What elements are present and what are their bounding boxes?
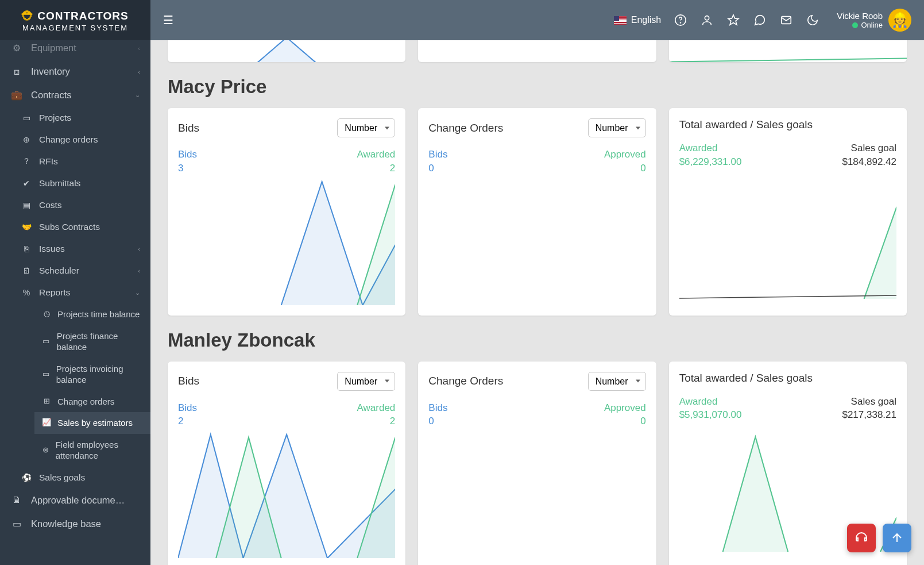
chevron-down-icon: ⌄ [135, 91, 140, 99]
stat-value: $217,338.21 [842, 408, 896, 422]
fab-group [847, 524, 911, 552]
sidebar-item-projects[interactable]: ▭Projects [21, 107, 150, 129]
total-chart [679, 172, 896, 299]
bids-chart [178, 179, 395, 305]
card-title: Bids [178, 122, 199, 134]
scroll-top-button[interactable] [883, 524, 911, 552]
sidebar-item-change-orders[interactable]: ⊕Change orders [21, 129, 150, 151]
stat-label: Bids [178, 148, 197, 162]
stat-value: 2 [178, 414, 197, 428]
bids-chart [178, 432, 395, 558]
card-bids: Bids Number Bids3 Awarded2 [168, 108, 405, 316]
user-name: Vickie Roob [837, 11, 883, 21]
user-icon[interactable] [700, 13, 714, 27]
sidebar-item-approvable-documents[interactable]: 🗎Approvable docume… [0, 489, 150, 512]
stat-value: 3 [178, 162, 197, 175]
help-icon[interactable] [674, 13, 687, 27]
stat-value: 2 [357, 162, 396, 175]
sidebar-item-submittals[interactable]: ✔Submittals [21, 172, 150, 194]
calendar-icon: 🗓 [21, 266, 32, 275]
logo-title: CONTRACTORS [37, 10, 128, 22]
co-chart [428, 179, 645, 305]
sidebar-item-knowledge-base[interactable]: ▭Knowledge base [0, 512, 150, 532]
bids-select[interactable]: Number [337, 372, 395, 391]
window-icon: ▭ [21, 113, 32, 122]
sidebar-item-projects-invoicing-balance[interactable]: ▭Projects invoicing balance [34, 358, 150, 391]
boxes-icon: ⧈ [10, 67, 23, 77]
card-change-orders: Change Orders Number Bids0 Approved0 [418, 108, 656, 316]
user-status-label: Online [861, 21, 883, 29]
support-button[interactable] [847, 524, 876, 552]
stat-label: Sales goal [842, 141, 896, 155]
sidebar-item-scheduler[interactable]: 🗓Scheduler‹ [21, 260, 150, 282]
chevron-left-icon: ‹ [138, 267, 140, 274]
mail-icon[interactable] [779, 13, 793, 27]
nav: ⚙ Equipment ‹ ⧈ Inventory ‹ 💼 Contracts … [0, 40, 150, 565]
prev-section-cards [168, 40, 907, 62]
card-total-awarded: Total awarded / Sales goals Awarded$6,22… [669, 108, 907, 316]
language-selector[interactable]: English [614, 15, 661, 25]
bids-select[interactable]: Number [337, 118, 395, 137]
book-icon: ▭ [10, 518, 23, 529]
report-icon: ⎘ [21, 244, 32, 253]
user-menu[interactable]: Vickie Roob Online 👷 [837, 9, 911, 32]
chevron-left-icon: ‹ [138, 68, 140, 75]
co-select[interactable]: Number [588, 118, 646, 137]
sidebar-item-reports[interactable]: %Reports⌄ [21, 282, 150, 303]
co-chart [428, 432, 645, 558]
question-circle-icon: ？ [21, 156, 32, 167]
stat-label: Bids [428, 401, 447, 415]
chat-icon[interactable] [753, 13, 767, 27]
flag-icon [614, 16, 627, 25]
stat-label: Approved [604, 148, 646, 162]
theme-toggle-icon[interactable] [806, 13, 819, 27]
stat-label: Awarded [357, 401, 396, 415]
card-title: Bids [178, 375, 199, 387]
plus-square-icon: ⊞ [41, 397, 52, 406]
sidebar-item-inventory[interactable]: ⧈ Inventory ‹ [0, 60, 150, 83]
avatar: 👷 [888, 9, 911, 32]
sidebar-item-issues[interactable]: ⎘Issues‹ [21, 238, 150, 260]
stat-label: Awarded [679, 395, 742, 409]
sidebar-item-rfis[interactable]: ？RFIs [21, 151, 150, 172]
card-title: Change Orders [428, 122, 503, 134]
logo[interactable]: ⛑CONTRACTORS MANAGEMENT SYSTEM [0, 0, 150, 40]
sidebar-item-sales-by-estimators[interactable]: 📈Sales by estimators [34, 412, 150, 434]
sidebar-item-projects-time-balance[interactable]: ◷Projects time balance [34, 303, 150, 325]
plus-circle-icon: ⊕ [21, 135, 32, 144]
check-icon: ✔ [21, 179, 32, 188]
stat-value: 0 [428, 162, 447, 175]
x-circle-icon: ⊗ [41, 445, 50, 455]
svg-point-1 [681, 22, 681, 23]
card-title: Total awarded / Sales goals [679, 372, 813, 385]
briefcase-icon: 💼 [10, 90, 23, 101]
chart-icon: 📈 [41, 418, 52, 428]
stat-label: Bids [428, 148, 447, 162]
sidebar-item-contracts[interactable]: 💼 Contracts ⌄ [0, 83, 150, 107]
co-select[interactable]: Number [588, 372, 646, 391]
chevron-left-icon: ‹ [138, 245, 140, 252]
stat-label: Awarded [357, 148, 396, 162]
stat-label: Awarded [679, 141, 742, 155]
sidebar-item-subs-contracts[interactable]: 🤝Subs Contracts [21, 216, 150, 238]
stat-label: Approved [604, 401, 646, 415]
sidebar-item-equipment[interactable]: ⚙ Equipment ‹ [0, 40, 150, 60]
hardhat-icon: ⛑ [22, 9, 35, 24]
clock-icon: ◷ [41, 309, 52, 319]
sidebar-item-sales-goals[interactable]: ⚽Sales goals [21, 467, 150, 489]
menu-toggle[interactable]: ☰ [163, 13, 173, 27]
sidebar-item-projects-finance-balance[interactable]: ▭Projects finance balance [34, 325, 150, 358]
calculator-icon: ▤ [21, 201, 32, 210]
stat-value: 0 [604, 414, 646, 428]
card-bids: Bids Number Bids2 Awarded2 [168, 362, 405, 565]
star-icon[interactable] [726, 13, 740, 27]
sidebar-item-field-employees-attendance[interactable]: ⊗Field employees attendance [34, 434, 150, 467]
card-title: Change Orders [428, 375, 503, 387]
sidebar-item-costs[interactable]: ▤Costs [21, 194, 150, 216]
stat-label: Bids [178, 401, 197, 415]
svg-point-2 [705, 16, 709, 20]
sidebar-item-report-change-orders[interactable]: ⊞Change orders [34, 391, 150, 413]
language-label: English [631, 15, 661, 25]
logo-subtitle: MANAGEMENT SYSTEM [22, 24, 128, 32]
stat-value: $184,892.42 [842, 155, 896, 169]
